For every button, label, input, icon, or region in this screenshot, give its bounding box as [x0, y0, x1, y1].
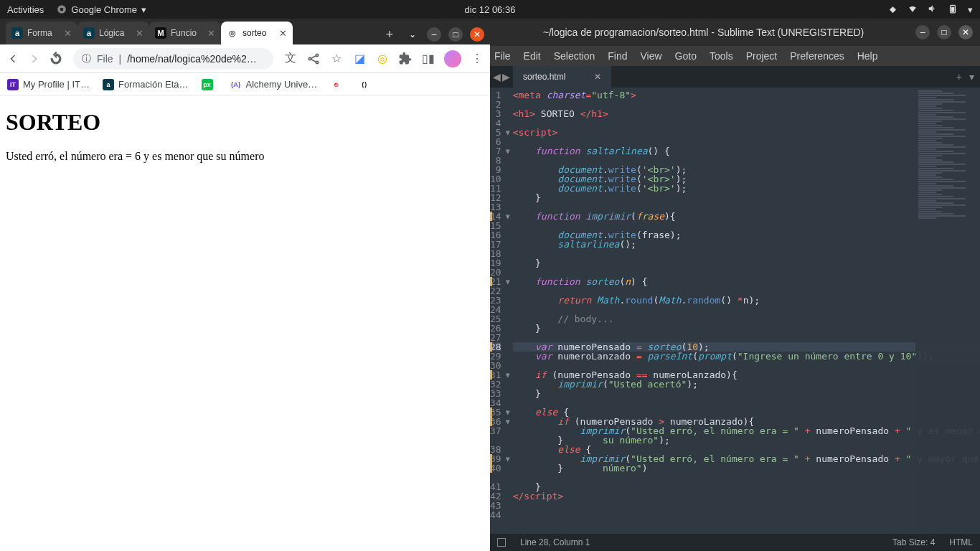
code-line[interactable]	[513, 473, 980, 482]
close-button[interactable]: ✕	[470, 27, 484, 42]
wifi-icon[interactable]	[908, 4, 918, 16]
code-line[interactable]: <meta charset="utf-8">	[513, 90, 980, 100]
tab-close-icon[interactable]: ✕	[594, 72, 601, 82]
bookmark-label: Formación Eta…	[118, 79, 189, 90]
extension-icon-2[interactable]: ◎	[375, 52, 390, 66]
menu-tools[interactable]: Tools	[710, 50, 733, 62]
dropbox-icon[interactable]: ⯁	[888, 4, 897, 15]
code-line[interactable]: return Math.round(Math.random() *n);	[513, 296, 980, 305]
menu-find[interactable]: Find	[608, 50, 627, 62]
code-line[interactable]: <script>	[513, 128, 980, 137]
svg-point-4	[308, 57, 311, 60]
tab-close-icon[interactable]: ✕	[207, 28, 215, 39]
volume-icon[interactable]	[928, 4, 938, 16]
status-panel-icon[interactable]	[497, 538, 506, 547]
code-line[interactable]: saltarlinea();	[513, 240, 980, 249]
browser-tab-3[interactable]: ◎sorteo✕	[221, 22, 293, 44]
minimize-button[interactable]: –	[915, 25, 930, 39]
sublime-menubar: FileEditSelectionFindViewGotoToolsProjec…	[490, 46, 980, 66]
forward-button[interactable]	[27, 52, 42, 66]
browser-tab-2[interactable]: MFuncio✕	[149, 22, 221, 44]
code-editor[interactable]: 1234567891011121314151617181920212223242…	[490, 88, 980, 534]
site-info-icon[interactable]: ⓘ	[82, 52, 91, 65]
tab-close-icon[interactable]: ✕	[279, 28, 287, 39]
new-tab-button[interactable]: +	[380, 24, 400, 44]
reload-button[interactable]	[49, 52, 63, 66]
code-line[interactable]: function imprimir(frase){	[513, 212, 980, 221]
tab-prev-icon[interactable]: ◀	[493, 71, 501, 83]
code-line[interactable]	[513, 398, 980, 408]
menu-selection[interactable]: Selection	[554, 50, 595, 62]
back-button[interactable]	[6, 52, 20, 66]
omnibox[interactable]: ⓘ File | /home/nat/logica%20de%2…	[73, 48, 273, 70]
code-line[interactable]: }	[513, 324, 980, 333]
clock[interactable]: dic 12 06:36	[465, 4, 516, 15]
code-line[interactable]: }	[513, 482, 980, 491]
code-line[interactable]	[513, 118, 980, 128]
tab-overflow-icon[interactable]: ▾	[969, 71, 974, 83]
menu-edit[interactable]: Edit	[524, 50, 541, 62]
tab-label: sorteo.html	[523, 72, 565, 82]
maximize-button[interactable]: □	[937, 25, 951, 39]
menu-project[interactable]: Project	[746, 50, 778, 62]
tab-next-icon[interactable]: ▶	[502, 71, 510, 83]
bookmark-3[interactable]: {A}Alchemy Unive…	[230, 79, 318, 90]
bookmark-star-icon[interactable]: ☆	[329, 52, 344, 66]
code-line[interactable]: function sorteo(n) {	[513, 277, 980, 286]
code-line[interactable]: document.write('<br>');	[513, 184, 980, 193]
menu-kebab-icon[interactable]: ⋮	[470, 52, 484, 66]
translate-icon[interactable]: 文	[283, 52, 298, 66]
close-button[interactable]: ✕	[958, 25, 973, 39]
menu-preferences[interactable]: Preferences	[790, 50, 844, 62]
profile-avatar[interactable]	[444, 50, 461, 67]
tab-overflow-icon[interactable]: ⌄	[405, 27, 420, 42]
code-line[interactable]: </script>	[513, 491, 980, 501]
menu-goto[interactable]: Goto	[675, 50, 697, 62]
tab-title: Lógica	[99, 28, 131, 38]
svg-point-5	[316, 54, 318, 56]
code-line[interactable]: <h1> SORTEO </h1>	[513, 109, 980, 118]
bookmark-0[interactable]: ITMy Profile | IT…	[7, 79, 90, 90]
activities-button[interactable]: Activities	[7, 4, 44, 15]
code-line[interactable]: imprimir("Usted erró, el número era = " …	[513, 426, 980, 435]
tab-close-icon[interactable]: ✕	[64, 28, 72, 39]
code-line[interactable]: imprimir("Usted erró, el número era = " …	[513, 454, 980, 463]
menu-file[interactable]: File	[494, 50, 511, 62]
share-icon[interactable]	[306, 52, 321, 66]
code-line[interactable]: }	[513, 258, 980, 268]
bookmark-4[interactable]: ⎋	[330, 79, 346, 90]
code-line[interactable]: }	[513, 389, 980, 398]
tab-sorteo[interactable]: sorteo.html ✕	[513, 66, 612, 88]
code-line[interactable]: }	[513, 193, 980, 202]
new-tab-plus-icon[interactable]: +	[956, 71, 962, 83]
status-tabsize[interactable]: Tab Size: 4	[892, 537, 935, 547]
menu-view[interactable]: View	[641, 50, 662, 62]
maximize-button[interactable]: □	[448, 27, 463, 42]
side-panel-icon[interactable]: ▯▮	[421, 52, 435, 66]
extensions-puzzle-icon[interactable]	[398, 52, 413, 66]
code-line[interactable]: var numeroLanzado = parseInt(prompt("Ing…	[513, 352, 980, 361]
extension-icon-1[interactable]: ◪	[352, 52, 367, 66]
code-line[interactable]: imprimir("Usted acertó");	[513, 380, 980, 389]
status-syntax[interactable]: HTML	[949, 537, 973, 547]
bookmark-2[interactable]: px	[202, 79, 217, 90]
system-menu-arrow[interactable]: ▾	[968, 4, 973, 15]
window-title: ~/logica de programacion/sorteo.html - S…	[497, 27, 910, 38]
battery-icon[interactable]	[948, 4, 958, 16]
menu-help[interactable]: Help	[857, 50, 878, 62]
tab-close-icon[interactable]: ✕	[136, 28, 143, 39]
line-number[interactable]: 44	[490, 510, 501, 519]
code-line[interactable]: // body...	[513, 314, 980, 324]
bookmark-1[interactable]: aFormación Eta…	[103, 79, 189, 90]
browser-tab-1[interactable]: aLógica✕	[77, 22, 149, 44]
url-scheme: File	[97, 53, 113, 65]
status-position[interactable]: Line 28, Column 1	[520, 537, 590, 547]
minimize-button[interactable]: –	[427, 27, 441, 42]
code-line[interactable]	[513, 249, 980, 258]
bookmark-5[interactable]: ⟨⟩	[359, 79, 374, 90]
minimap[interactable]	[915, 88, 980, 534]
app-menu[interactable]: Google Chrome ▾	[57, 4, 146, 15]
tab-title: Funcio	[171, 28, 203, 38]
browser-tab-0[interactable]: aForma✕	[6, 22, 77, 44]
code-line[interactable]: function saltarlinea() {	[513, 146, 980, 156]
